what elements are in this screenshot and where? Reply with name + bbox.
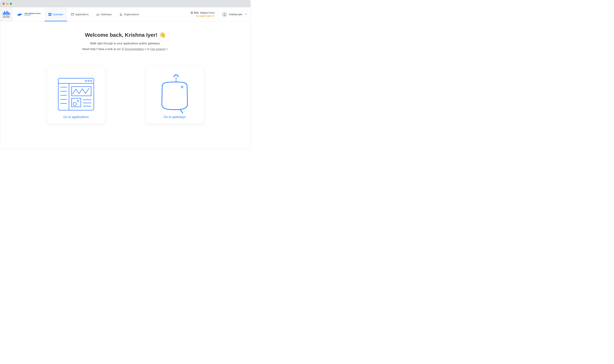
- documentation-link-text: Documentation: [125, 48, 144, 51]
- external-link-icon: [166, 48, 167, 50]
- svg-rect-4: [71, 13, 74, 15]
- wave-icon: 👋: [159, 32, 166, 38]
- svg-point-19: [88, 80, 89, 82]
- stack-layers-icon: [16, 13, 23, 16]
- documentation-link[interactable]: Documentation: [125, 48, 146, 51]
- avatar: [222, 12, 227, 17]
- svg-rect-2: [49, 14, 50, 16]
- nav-applications[interactable]: Applications: [67, 7, 93, 21]
- svg-point-30: [73, 102, 76, 106]
- card-gateways-label: Go to gateways: [164, 115, 186, 119]
- nav-applications-label: Applications: [75, 13, 89, 16]
- user-name: Krishna Iyer: [229, 13, 242, 16]
- svg-point-8: [120, 13, 121, 14]
- svg-point-9: [121, 14, 122, 14]
- primary-nav: Overview Applications Gateways Organizat…: [45, 7, 143, 21]
- nav-organizations-label: Organizations: [124, 13, 139, 16]
- gateways-icon: [96, 13, 99, 16]
- user-menu[interactable]: Krishna Iyer: [218, 7, 250, 21]
- window-minimize-icon[interactable]: [6, 3, 8, 5]
- nav-gateways-label: Gateways: [101, 13, 112, 16]
- cluster-region: EU1: [194, 11, 199, 14]
- svg-rect-0: [49, 13, 50, 14]
- welcome-subtitle: Walk right through to your applications …: [90, 42, 161, 45]
- support-plan-text: No support plan: [196, 15, 211, 17]
- get-support-link-text: Get support: [150, 48, 165, 51]
- applications-illustration: [51, 73, 101, 115]
- help-prefix: Need help? Have a look at our: [82, 48, 122, 51]
- svg-line-36: [180, 110, 183, 113]
- help-line: Need help? Have a look at our Documentat…: [82, 48, 168, 51]
- svg-point-35: [181, 86, 183, 88]
- get-support-link[interactable]: Get support: [150, 48, 167, 51]
- card-gateways[interactable]: Go to gateways: [146, 67, 204, 124]
- applications-window-icon: [57, 77, 95, 111]
- gateway-device-icon: [157, 74, 192, 115]
- overview-icon: [49, 13, 51, 16]
- svg-rect-28: [72, 98, 81, 107]
- window-zoom-icon[interactable]: [10, 3, 12, 5]
- app-window: THE THINGS INDUSTRIES THE THINGS STACK C…: [0, 0, 251, 149]
- applications-icon: [71, 13, 74, 16]
- avatar-icon: [223, 13, 226, 16]
- brand-industries-text: THE THINGS INDUSTRIES: [0, 15, 13, 18]
- header: THE THINGS INDUSTRIES THE THINGS STACK C…: [0, 7, 250, 22]
- organizations-icon: [120, 13, 123, 16]
- svg-rect-1: [50, 13, 51, 14]
- bars-icon: [3, 11, 10, 15]
- main-content: Welcome back, Krishna Iyer! 👋 Walk right…: [0, 22, 250, 124]
- card-applications[interactable]: Go to applications: [47, 67, 105, 124]
- brand-stack-line2: CLOUD: [24, 14, 41, 16]
- brand-logo-stack[interactable]: THE THINGS STACK CLOUD: [13, 7, 45, 21]
- globe-icon: [191, 12, 193, 14]
- svg-point-18: [85, 80, 86, 82]
- svg-rect-16: [58, 78, 94, 110]
- nav-organizations[interactable]: Organizations: [116, 7, 143, 21]
- header-right: EU1 Staging Cloud No support plan ? Kris…: [187, 7, 250, 21]
- brand-logo-industries[interactable]: THE THINGS INDUSTRIES: [0, 7, 13, 21]
- cluster-name: Staging Cloud: [200, 11, 214, 14]
- shortcut-cards: Go to applications: [47, 67, 204, 124]
- chevron-down-icon: [245, 14, 246, 15]
- help-suffix: .: [167, 48, 168, 51]
- help-mid: or: [147, 48, 150, 51]
- nav-overview-label: Overview: [53, 13, 63, 16]
- welcome-heading: Welcome back, Krishna Iyer! 👋: [85, 32, 166, 38]
- welcome-text: Welcome back, Krishna Iyer!: [85, 32, 157, 38]
- help-icon: ?: [212, 15, 214, 17]
- cluster-info[interactable]: EU1 Staging Cloud No support plan ?: [187, 7, 218, 21]
- external-link-icon: [144, 48, 146, 50]
- svg-rect-3: [50, 14, 51, 16]
- nav-overview[interactable]: Overview: [45, 7, 67, 21]
- svg-point-7: [97, 15, 97, 15]
- nav-gateways[interactable]: Gateways: [93, 7, 116, 21]
- document-icon: [122, 48, 124, 51]
- card-applications-label: Go to applications: [63, 115, 89, 119]
- gateways-illustration: [150, 73, 200, 115]
- svg-point-20: [90, 80, 92, 82]
- window-titlebar: [0, 0, 250, 7]
- svg-point-29: [77, 100, 79, 102]
- svg-point-15: [224, 13, 225, 14]
- svg-text:?: ?: [213, 15, 214, 17]
- window-close-icon[interactable]: [3, 3, 5, 5]
